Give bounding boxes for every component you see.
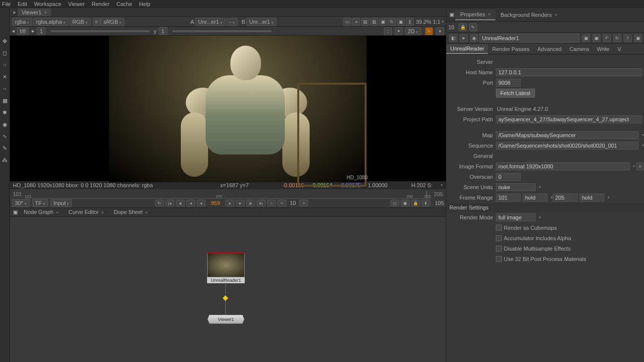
grid-icon[interactable]: :: [384, 27, 392, 35]
chevron-down-icon[interactable]: ▾ [642, 144, 644, 148]
tab-curve-editor[interactable]: Curve Editor × [63, 208, 108, 216]
chevron-down-icon[interactable]: ▾ [539, 185, 541, 189]
chevron-down-icon[interactable]: ▾ [436, 27, 444, 35]
overscan-input[interactable]: 0 [496, 173, 521, 181]
clip-icon[interactable]: ▭ [343, 18, 351, 26]
node-unrealreader[interactable]: UnrealReader1 [207, 253, 245, 283]
dup-icon[interactable]: ▣ [592, 34, 600, 42]
viewer-canvas[interactable]: HD_1080 [10, 36, 446, 181]
image-format-dropdown[interactable]: root.format 1920x1080 [496, 162, 630, 170]
play-icon[interactable]: ▸ [225, 200, 234, 207]
close-icon[interactable]: × [145, 210, 148, 215]
lock-icon[interactable]: 🔒 [459, 23, 467, 31]
gamma-slider[interactable] [172, 30, 271, 32]
sequence-dropdown[interactable]: /Game/Sequencer/shots/shot0020/shot0020_… [496, 142, 639, 150]
project-path-input[interactable]: aySequencer_4_27/SubwaySequencer_4_27.up… [496, 115, 642, 123]
colorspace-dropdown[interactable]: sRGB▾ [101, 18, 124, 26]
panel-pin-icon[interactable]: ▣ [448, 11, 455, 18]
expand-icon[interactable]: ▣ [634, 34, 642, 42]
menu-help[interactable]: Help [139, 1, 151, 7]
brush-tool-icon[interactable]: ✎ [1, 145, 8, 152]
menu-cache[interactable]: Cache [116, 1, 132, 7]
pause-icon[interactable]: ‖ [406, 18, 414, 26]
zoom-display[interactable]: 39.2% 1:1 [416, 19, 440, 25]
fps-dropdown[interactable]: 30*▾ [12, 199, 30, 207]
palette-icon[interactable]: ◧ [449, 34, 457, 42]
frame-range-end[interactable]: 205 [553, 194, 578, 202]
timeline[interactable]: 101 101 150 200 205 205 [10, 189, 446, 199]
graph-pin-icon[interactable]: ▣ [12, 209, 19, 215]
sectab-write[interactable]: Write [593, 45, 613, 53]
wipe-icon[interactable]: ≡ [352, 18, 360, 26]
view-mode[interactable]: 2D▾ [405, 27, 421, 35]
crosshair-tool-icon[interactable]: ✕ [1, 73, 8, 80]
tab-properties[interactable]: Properties× [455, 9, 495, 20]
proxy-icon[interactable]: ▥ [370, 18, 378, 26]
tab-node-graph[interactable]: Node Graph × [19, 208, 63, 216]
more-icon[interactable]: ? [624, 34, 632, 42]
menu-viewer[interactable]: Viewer [68, 1, 85, 7]
input-a-channel[interactable]: -▾ [226, 18, 238, 26]
first-frame-icon[interactable]: |◂ [165, 200, 174, 207]
chevron-down-icon[interactable]: ▾ [633, 164, 635, 168]
close-icon[interactable]: × [555, 12, 557, 17]
fstop-dropdown[interactable]: f/8 [17, 27, 29, 35]
revert-icon[interactable]: ↶ [603, 34, 611, 42]
map-dropdown[interactable]: /Game/Maps/subwaySequencer [496, 131, 639, 139]
node-graph[interactable]: UnrealReader1 Viewer1 [10, 217, 446, 362]
gamma-y-value[interactable]: 1 [159, 27, 167, 35]
roi-icon[interactable]: ▤ [361, 18, 369, 26]
gamma-arrow-icon[interactable]: ▸ [32, 28, 35, 34]
info-menu-icon[interactable]: ▾ [441, 183, 443, 187]
star-tool-icon[interactable]: ✱ [1, 109, 8, 116]
stop-icon[interactable]: ○ [267, 200, 276, 207]
wand-tool-icon[interactable]: ⁂ [1, 156, 8, 163]
close-icon[interactable]: × [45, 10, 47, 15]
reload-icon[interactable]: ↻ [613, 34, 621, 42]
render-mode-dropdown[interactable]: full image [496, 213, 536, 221]
current-frame[interactable]: 959 [207, 200, 224, 206]
rgb-dropdown[interactable]: RGB▾ [69, 18, 91, 26]
close-icon[interactable]: × [101, 210, 104, 215]
cube-tool-icon[interactable]: ▦ [1, 97, 8, 104]
gain-slider[interactable] [51, 30, 150, 32]
paint-icon[interactable]: ⎚ [93, 18, 101, 26]
sectab-advanced[interactable]: Advanced [534, 45, 566, 53]
jfwd-icon[interactable]: » [299, 200, 308, 207]
help-icon[interactable]: ▣ [582, 34, 590, 42]
step-back-icon[interactable]: ◂ [186, 200, 195, 207]
accum-alpha-checkbox[interactable] [496, 235, 502, 241]
center-icon[interactable]: ◉ [470, 34, 478, 42]
select-tool-icon[interactable]: ◻ [1, 50, 8, 56]
tab-bg-renders[interactable]: Background Renders× [495, 10, 562, 20]
loop-icon[interactable]: ↻ [155, 200, 164, 207]
32bit-checkbox[interactable] [496, 256, 502, 262]
sparkle-icon[interactable]: ✦ [395, 27, 403, 35]
tab-dope-sheet[interactable]: Dope Sheet × [109, 208, 153, 216]
pin-icon[interactable]: ▸ [12, 9, 18, 15]
cubemaps-checkbox[interactable] [496, 225, 502, 231]
refresh-icon[interactable]: ↻ [388, 18, 396, 26]
fetch-latest-button[interactable]: Fetch Latest [496, 89, 535, 98]
lock-icon[interactable]: 🔒 [411, 200, 420, 207]
node-name-input[interactable] [480, 34, 580, 43]
capture-icon[interactable]: ▣ [401, 200, 410, 207]
menu-file[interactable]: File [2, 1, 11, 7]
frame-range-start-mode[interactable]: hold [523, 194, 547, 202]
chevron-down-icon[interactable]: ▾ [608, 196, 610, 200]
frame-range-start[interactable]: 101 [496, 194, 521, 202]
chevron-down-icon[interactable]: ▾ [642, 133, 644, 137]
move-tool-icon[interactable]: ↔ [1, 85, 8, 92]
circle-tool-icon[interactable]: ○ [1, 61, 8, 68]
sync-dropdown[interactable]: TF▾ [32, 199, 48, 207]
prev-key-icon[interactable]: ◂| [176, 200, 185, 207]
node-viewer[interactable]: Viewer1 [208, 315, 244, 324]
disc-tool-icon[interactable]: ◉ [1, 121, 8, 128]
close-icon[interactable]: × [488, 12, 490, 17]
port-input[interactable]: 9008 [496, 79, 521, 87]
gpu-icon[interactable]: ▣ [397, 18, 405, 26]
trash-icon[interactable]: ✎ [469, 23, 477, 31]
jback-icon[interactable]: « [277, 200, 286, 207]
input-b-dropdown[interactable]: Unr...er1▾ [246, 18, 276, 26]
pencil-icon[interactable]: ✎ [425, 27, 433, 35]
